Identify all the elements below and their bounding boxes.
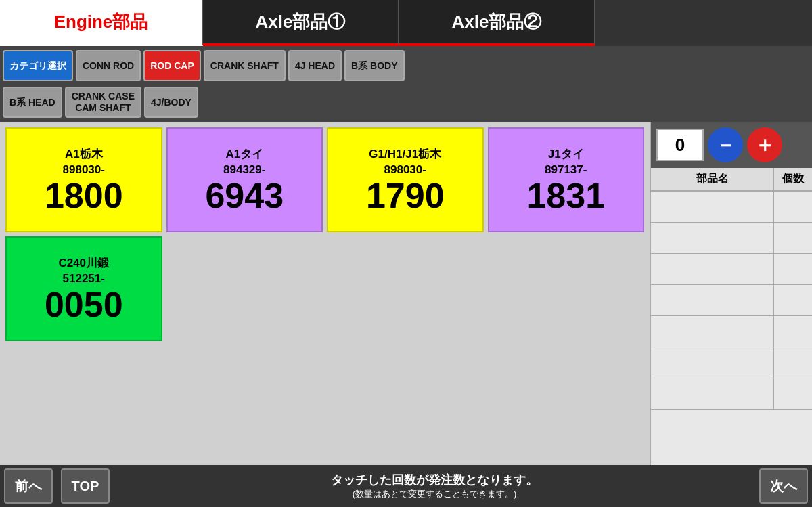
card-big-number: 1800 (45, 178, 123, 213)
product-card-p5[interactable]: C240川鍛 512251- 0050 (5, 236, 162, 341)
product-grid: A1栃木 898030- 1800 A1タイ 894329- 6943 G1/H… (0, 122, 650, 465)
row-name (651, 378, 774, 409)
back-button[interactable]: 前へ (4, 468, 53, 504)
col-header-name: 部品名 (651, 168, 774, 190)
row-qty (774, 223, 812, 253)
button-row-1: カテゴリ選択 CONN ROD ROD CAP CRANK SHAFT 4J H… (0, 46, 812, 85)
right-panel: 0 － ＋ 部品名 個数 (650, 122, 812, 465)
card-big-number: 6943 (205, 178, 284, 213)
row-name (651, 285, 774, 315)
btn-cat-select[interactable]: カテゴリ選択 (3, 50, 73, 81)
table-row (651, 347, 812, 378)
btn-crank-cam-label: CRANK CASE CAM SHAFT (72, 91, 135, 114)
table-row (651, 316, 812, 347)
row-name (651, 316, 774, 347)
minus-icon: － (715, 131, 736, 159)
card-name: J1タイ (548, 146, 584, 162)
row-name (651, 254, 774, 284)
card-number: 512251- (63, 272, 105, 286)
card-name: C240川鍛 (58, 255, 109, 271)
footer-message: タッチした回数が発注数となります。 (数量はあとで変更することもできます。) (114, 472, 755, 500)
row-qty (774, 254, 812, 284)
tab-engine-label: Engine部品 (54, 10, 148, 34)
row-qty (774, 285, 812, 315)
card-big-number: 1831 (526, 178, 605, 213)
row-qty (774, 316, 812, 347)
btn-crank-shaft[interactable]: CRANK SHAFT (204, 50, 286, 81)
card-number: 898030- (384, 163, 426, 177)
plus-button[interactable]: ＋ (747, 127, 782, 162)
table-row (651, 192, 812, 223)
counter-row: 0 － ＋ (651, 122, 812, 168)
next-button[interactable]: 次へ (759, 468, 808, 504)
table-row (651, 378, 812, 410)
btn-b-body[interactable]: B系 BODY (344, 50, 404, 81)
tab-axle2[interactable]: Axle部品② (399, 0, 595, 46)
table-row (651, 285, 812, 316)
top-button[interactable]: TOP (61, 468, 110, 504)
button-row-2: B系 HEAD CRANK CASE CAM SHAFT 4J/BODY (0, 85, 812, 122)
plus-icon: ＋ (754, 131, 775, 159)
card-number: 898030- (63, 163, 105, 177)
row-name (651, 347, 774, 378)
row-qty (774, 378, 812, 409)
tab-axle1-label: Axle部品① (256, 10, 346, 34)
col-header-qty: 個数 (774, 168, 812, 190)
card-name: A1栃木 (65, 146, 103, 162)
card-big-number: 0050 (45, 287, 123, 322)
minus-button[interactable]: － (708, 127, 743, 162)
btn-4j-head[interactable]: 4J HEAD (288, 50, 342, 81)
table-header: 部品名 個数 (651, 168, 812, 192)
row-qty (774, 192, 812, 222)
card-big-number: 1790 (366, 178, 445, 213)
table-row (651, 254, 812, 285)
btn-crank-cam[interactable]: CRANK CASE CAM SHAFT (65, 87, 141, 118)
card-name: G1/H1/J1栃木 (369, 146, 441, 162)
btn-4j-body[interactable]: 4J/BODY (144, 87, 198, 118)
tab-axle2-label: Axle部品② (452, 10, 542, 34)
product-card-p2[interactable]: A1タイ 894329- 6943 (166, 127, 323, 232)
tab-axle1[interactable]: Axle部品① (203, 0, 399, 46)
row-qty (774, 347, 812, 378)
product-card-p4[interactable]: J1タイ 897137- 1831 (488, 127, 645, 232)
row-name (651, 192, 774, 222)
card-name: A1タイ (225, 146, 263, 162)
product-card-p3[interactable]: G1/H1/J1栃木 898030- 1790 (327, 127, 484, 232)
card-number: 894329- (223, 163, 265, 177)
btn-b-head[interactable]: B系 HEAD (3, 87, 62, 118)
btn-conn-rod[interactable]: CONN ROD (76, 50, 141, 81)
table-row (651, 223, 812, 254)
counter-display: 0 (656, 129, 704, 161)
tab-engine[interactable]: Engine部品 (0, 0, 203, 46)
row-name (651, 223, 774, 253)
card-number: 897137- (545, 163, 587, 177)
table-rows (651, 192, 812, 465)
btn-rod-cap[interactable]: ROD CAP (143, 50, 201, 81)
footer: 前へ TOP タッチした回数が発注数となります。 (数量はあとで変更することもで… (0, 465, 812, 507)
product-card-p1[interactable]: A1栃木 898030- 1800 (5, 127, 162, 232)
